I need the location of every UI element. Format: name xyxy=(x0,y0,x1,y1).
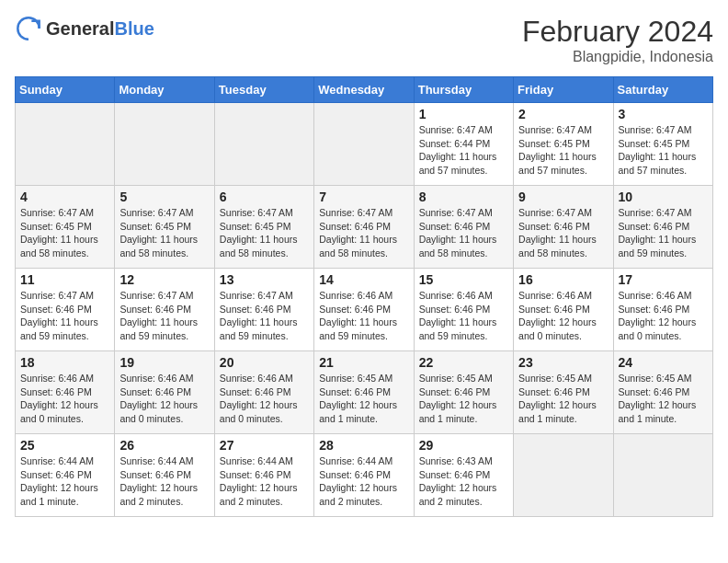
calendar-cell xyxy=(214,103,313,186)
calendar-cell xyxy=(514,434,613,517)
calendar-cell: 27Sunrise: 6:44 AMSunset: 6:46 PMDayligh… xyxy=(214,434,313,517)
logo-icon xyxy=(15,15,42,42)
day-number: 24 xyxy=(619,355,708,370)
weekday-header-sunday: Sunday xyxy=(16,77,115,103)
day-number: 8 xyxy=(419,190,508,204)
page-header: GeneralBlue February 2024 Blangpidie, In… xyxy=(15,15,713,65)
location-subtitle: Blangpidie, Indonesia xyxy=(522,49,713,65)
sun-info: Sunrise: 6:44 AMSunset: 6:46 PMDaylight:… xyxy=(319,454,408,509)
logo-text: GeneralBlue xyxy=(46,18,154,40)
weekday-header-monday: Monday xyxy=(115,77,214,103)
day-number: 9 xyxy=(518,190,608,204)
sun-info: Sunrise: 6:47 AMSunset: 6:46 PMDaylight:… xyxy=(319,206,408,260)
calendar-cell: 18Sunrise: 6:46 AMSunset: 6:46 PMDayligh… xyxy=(16,351,115,434)
day-number: 29 xyxy=(419,438,508,453)
sun-info: Sunrise: 6:46 AMSunset: 6:46 PMDaylight:… xyxy=(20,372,109,426)
calendar-cell: 11Sunrise: 6:47 AMSunset: 6:46 PMDayligh… xyxy=(16,269,115,351)
day-number: 27 xyxy=(220,438,309,453)
weekday-header-row: SundayMondayTuesdayWednesdayThursdayFrid… xyxy=(16,77,713,103)
day-number: 18 xyxy=(20,355,109,370)
day-number: 15 xyxy=(419,272,508,287)
calendar-cell: 4Sunrise: 6:47 AMSunset: 6:45 PMDaylight… xyxy=(16,186,115,269)
calendar-cell: 19Sunrise: 6:46 AMSunset: 6:46 PMDayligh… xyxy=(115,351,214,434)
day-number: 26 xyxy=(119,438,209,453)
calendar-cell: 10Sunrise: 6:47 AMSunset: 6:46 PMDayligh… xyxy=(613,186,712,269)
calendar-cell: 20Sunrise: 6:46 AMSunset: 6:46 PMDayligh… xyxy=(214,351,313,434)
sun-info: Sunrise: 6:44 AMSunset: 6:46 PMDaylight:… xyxy=(20,454,109,509)
sun-info: Sunrise: 6:47 AMSunset: 6:46 PMDaylight:… xyxy=(20,289,109,343)
day-number: 6 xyxy=(220,190,309,204)
calendar-cell: 8Sunrise: 6:47 AMSunset: 6:46 PMDaylight… xyxy=(414,186,513,269)
weekday-header-tuesday: Tuesday xyxy=(214,77,313,103)
day-number: 5 xyxy=(119,190,209,204)
day-number: 3 xyxy=(619,107,708,121)
weekday-header-thursday: Thursday xyxy=(414,77,513,103)
calendar-cell: 12Sunrise: 6:47 AMSunset: 6:46 PMDayligh… xyxy=(115,269,214,351)
day-number: 17 xyxy=(619,272,708,287)
day-number: 1 xyxy=(419,107,508,121)
calendar-cell xyxy=(16,103,115,186)
day-number: 12 xyxy=(119,272,209,287)
day-number: 25 xyxy=(20,438,109,453)
calendar-week-row: 1Sunrise: 6:47 AMSunset: 6:44 PMDaylight… xyxy=(16,103,713,186)
sun-info: Sunrise: 6:46 AMSunset: 6:46 PMDaylight:… xyxy=(518,289,608,343)
day-number: 28 xyxy=(319,438,408,453)
calendar-cell: 15Sunrise: 6:46 AMSunset: 6:46 PMDayligh… xyxy=(414,269,513,351)
day-number: 19 xyxy=(119,355,209,370)
calendar-cell: 5Sunrise: 6:47 AMSunset: 6:45 PMDaylight… xyxy=(115,186,214,269)
sun-info: Sunrise: 6:47 AMSunset: 6:45 PMDaylight:… xyxy=(220,206,309,260)
calendar-cell xyxy=(115,103,214,186)
calendar-cell: 25Sunrise: 6:44 AMSunset: 6:46 PMDayligh… xyxy=(16,434,115,517)
day-number: 22 xyxy=(419,355,508,370)
calendar-week-row: 11Sunrise: 6:47 AMSunset: 6:46 PMDayligh… xyxy=(16,269,713,351)
sun-info: Sunrise: 6:45 AMSunset: 6:46 PMDaylight:… xyxy=(619,372,708,426)
logo-blue: Blue xyxy=(114,18,154,39)
weekday-header-saturday: Saturday xyxy=(613,77,712,103)
sun-info: Sunrise: 6:45 AMSunset: 6:46 PMDaylight:… xyxy=(518,372,608,426)
sun-info: Sunrise: 6:47 AMSunset: 6:44 PMDaylight:… xyxy=(419,123,508,178)
calendar-week-row: 4Sunrise: 6:47 AMSunset: 6:45 PMDaylight… xyxy=(16,186,713,269)
title-area: February 2024 Blangpidie, Indonesia xyxy=(522,15,713,65)
calendar-cell: 26Sunrise: 6:44 AMSunset: 6:46 PMDayligh… xyxy=(115,434,214,517)
month-year-title: February 2024 xyxy=(522,15,713,49)
sun-info: Sunrise: 6:46 AMSunset: 6:46 PMDaylight:… xyxy=(319,289,408,343)
calendar-cell: 3Sunrise: 6:47 AMSunset: 6:45 PMDaylight… xyxy=(613,103,712,186)
calendar-cell: 13Sunrise: 6:47 AMSunset: 6:46 PMDayligh… xyxy=(214,269,313,351)
logo-general: General xyxy=(46,18,114,39)
calendar-cell: 6Sunrise: 6:47 AMSunset: 6:45 PMDaylight… xyxy=(214,186,313,269)
logo: GeneralBlue xyxy=(15,15,154,42)
calendar-cell: 29Sunrise: 6:43 AMSunset: 6:46 PMDayligh… xyxy=(414,434,513,517)
calendar-cell xyxy=(314,103,414,186)
sun-info: Sunrise: 6:46 AMSunset: 6:46 PMDaylight:… xyxy=(220,372,309,426)
day-number: 10 xyxy=(619,190,708,204)
sun-info: Sunrise: 6:47 AMSunset: 6:45 PMDaylight:… xyxy=(619,123,708,178)
calendar-week-row: 18Sunrise: 6:46 AMSunset: 6:46 PMDayligh… xyxy=(16,351,713,434)
day-number: 4 xyxy=(20,190,109,204)
calendar-cell: 23Sunrise: 6:45 AMSunset: 6:46 PMDayligh… xyxy=(514,351,613,434)
calendar-cell: 24Sunrise: 6:45 AMSunset: 6:46 PMDayligh… xyxy=(613,351,712,434)
weekday-header-wednesday: Wednesday xyxy=(314,77,414,103)
calendar-cell xyxy=(613,434,712,517)
calendar-cell: 2Sunrise: 6:47 AMSunset: 6:45 PMDaylight… xyxy=(514,103,613,186)
sun-info: Sunrise: 6:44 AMSunset: 6:46 PMDaylight:… xyxy=(119,454,209,509)
sun-info: Sunrise: 6:45 AMSunset: 6:46 PMDaylight:… xyxy=(319,372,408,426)
sun-info: Sunrise: 6:43 AMSunset: 6:46 PMDaylight:… xyxy=(419,454,508,509)
day-number: 16 xyxy=(518,272,608,287)
day-number: 20 xyxy=(220,355,309,370)
calendar-table: SundayMondayTuesdayWednesdayThursdayFrid… xyxy=(15,76,713,517)
sun-info: Sunrise: 6:44 AMSunset: 6:46 PMDaylight:… xyxy=(220,454,309,509)
sun-info: Sunrise: 6:47 AMSunset: 6:46 PMDaylight:… xyxy=(419,206,508,260)
day-number: 21 xyxy=(319,355,408,370)
day-number: 11 xyxy=(20,272,109,287)
calendar-cell: 16Sunrise: 6:46 AMSunset: 6:46 PMDayligh… xyxy=(514,269,613,351)
sun-info: Sunrise: 6:46 AMSunset: 6:46 PMDaylight:… xyxy=(119,372,209,426)
sun-info: Sunrise: 6:46 AMSunset: 6:46 PMDaylight:… xyxy=(619,289,708,343)
calendar-cell: 21Sunrise: 6:45 AMSunset: 6:46 PMDayligh… xyxy=(314,351,414,434)
calendar-cell: 1Sunrise: 6:47 AMSunset: 6:44 PMDaylight… xyxy=(414,103,513,186)
day-number: 23 xyxy=(518,355,608,370)
sun-info: Sunrise: 6:47 AMSunset: 6:45 PMDaylight:… xyxy=(119,206,209,260)
sun-info: Sunrise: 6:47 AMSunset: 6:46 PMDaylight:… xyxy=(119,289,209,343)
sun-info: Sunrise: 6:46 AMSunset: 6:46 PMDaylight:… xyxy=(419,289,508,343)
day-number: 14 xyxy=(319,272,408,287)
calendar-cell: 9Sunrise: 6:47 AMSunset: 6:46 PMDaylight… xyxy=(514,186,613,269)
